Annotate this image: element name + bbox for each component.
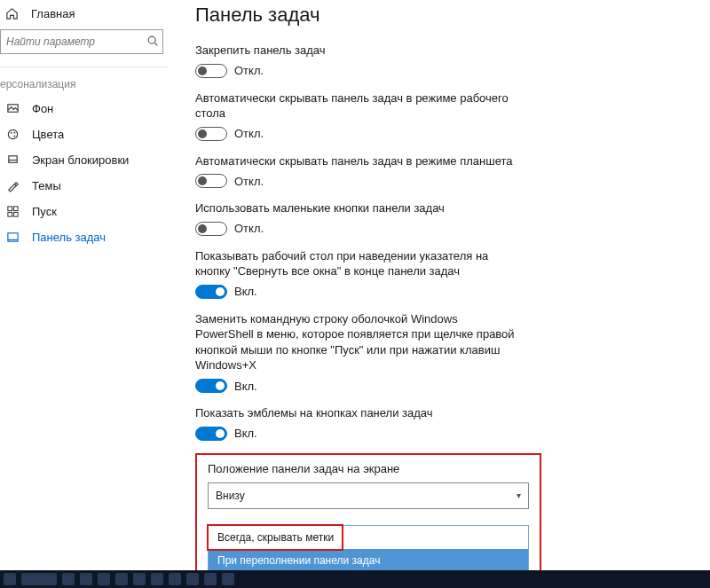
svg-rect-11 [7,212,12,216]
sidebar: Главная ерсонализация Фон Цвета [0,0,169,570]
svg-rect-12 [13,212,18,216]
toggle-state-label: Вкл. [234,427,257,440]
chevron-down-icon: ▾ [517,490,521,500]
toggle-row: Откл. [195,127,515,141]
setting-row: Показывать рабочий стол при наведении ук… [195,248,515,299]
sidebar-item-lockscreen[interactable]: Экран блокировки [0,147,169,173]
sidebar-item-label: Цвета [32,128,64,141]
toggle-switch[interactable] [195,64,227,78]
svg-point-6 [13,135,15,137]
setting-label: Заменить командную строку оболочкой Wind… [195,311,515,373]
toggle-state-label: Откл. [234,64,264,77]
toggle-state-label: Откл. [234,127,264,140]
colors-icon [5,128,20,141]
sidebar-item-taskbar[interactable]: Панель задач [0,224,169,250]
combine-option-1[interactable]: При переполнении панели задач [209,549,528,570]
taskbar-app-icon[interactable] [133,573,146,585]
toggle-switch[interactable] [195,127,227,141]
taskbar-app-icon[interactable] [204,573,217,585]
toggle-switch[interactable] [195,222,227,236]
setting-label: Использовать маленькие кнопки панели зад… [195,200,515,216]
svg-rect-9 [7,207,12,211]
svg-point-5 [13,132,15,134]
search-field[interactable] [4,35,146,49]
setting-row: Использовать маленькие кнопки панели зад… [195,200,515,236]
toggle-switch[interactable] [195,285,227,299]
background-icon [5,102,20,115]
taskbar-app-icon[interactable] [222,573,234,585]
toggle-switch[interactable] [195,174,227,188]
toggle-state-label: Вкл. [234,380,257,393]
svg-line-1 [154,43,157,45]
toggle-state-label: Откл. [234,175,264,188]
taskbar-app-icon[interactable] [169,573,181,585]
svg-point-3 [8,129,17,138]
home-icon [5,7,19,20]
start-icon [5,205,20,218]
taskbar-app-icon[interactable] [62,573,75,585]
themes-icon [5,179,20,192]
page-title: Панель задач [195,4,692,27]
toggle-row: Вкл. [195,427,515,441]
combine-option-0[interactable]: Всегда, скрывать метки [209,526,528,549]
setting-label: Закрепить панель задач [195,43,515,59]
position-select[interactable]: Внизу ▾ [208,482,529,509]
toggle-state-label: Откл. [234,222,264,235]
sidebar-item-label: Панель задач [32,231,106,244]
sidebar-item-label: Темы [32,179,61,192]
lockscreen-icon [5,153,20,167]
taskbar-app-icon[interactable] [115,573,128,585]
setting-row: Автоматически скрывать панель задач в ре… [195,153,515,189]
combine-select-open[interactable]: Всегда, скрывать метки При переполнении … [208,525,529,570]
sidebar-item-label: Фон [32,102,53,115]
toggle-switch[interactable] [195,427,227,441]
toggle-row: Откл. [195,222,515,236]
home-label: Главная [31,7,75,20]
taskbar-app-icon[interactable] [98,573,110,585]
setting-label: Автоматически скрывать панель задач в ре… [195,153,515,169]
sidebar-item-start[interactable]: Пуск [0,199,169,224]
sidebar-item-label: Пуск [32,205,57,218]
sidebar-section-label: ерсонализация [0,74,169,96]
taskbar-app-icon[interactable] [80,573,92,585]
sidebar-item-label: Экран блокировки [32,153,129,167]
svg-rect-10 [13,207,18,211]
sidebar-item-colors[interactable]: Цвета [0,122,169,147]
toggle-row: Откл. [195,64,515,78]
highlight-position-section: Положение панели задач на экране Внизу ▾… [195,453,541,570]
setting-row: Автоматически скрывать панель задач в ре… [195,90,515,141]
toggle-state-label: Вкл. [234,285,257,298]
home-nav[interactable]: Главная [0,0,169,29]
toggle-switch[interactable] [195,379,227,393]
search-input[interactable] [0,29,163,54]
setting-label: Автоматически скрывать панель задач в ре… [195,90,515,122]
setting-row: Показать эмблемы на кнопках панели задач… [195,405,515,441]
taskbar-app-icon[interactable] [186,573,199,585]
toggle-row: Вкл. [195,285,515,299]
sidebar-item-themes[interactable]: Темы [0,173,169,199]
toggle-row: Вкл. [195,379,515,393]
sidebar-item-background[interactable]: Фон [0,96,169,122]
taskbar-start-icon[interactable] [4,573,16,585]
setting-row: Закрепить панель задачОткл. [195,43,515,78]
position-value: Внизу [216,490,245,502]
setting-row: Заменить командную строку оболочкой Wind… [195,311,515,393]
main-content: Панель задач Закрепить панель задачОткл.… [169,0,710,570]
toggle-row: Откл. [195,174,515,188]
svg-point-0 [148,36,155,43]
search-icon [146,35,159,50]
windows-taskbar[interactable] [0,570,710,588]
svg-rect-7 [8,156,16,163]
taskbar-icon [5,231,20,244]
svg-point-4 [10,132,12,134]
setting-label: Показать эмблемы на кнопках панели задач [195,405,515,421]
position-label: Положение панели задач на экране [208,462,529,475]
taskbar-app-icon[interactable] [151,573,163,585]
setting-label: Показывать рабочий стол при наведении ук… [195,248,515,279]
taskbar-search-icon[interactable] [21,573,57,585]
